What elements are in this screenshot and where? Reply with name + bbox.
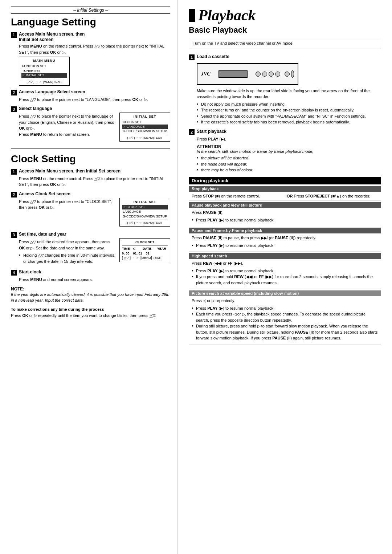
variable-speed-header: Picture search at variable speed (includ… bbox=[189, 290, 381, 296]
clock-step4-body: Press MENU and normal screen appears. bbox=[19, 277, 170, 283]
clock-step2: 2 Access Clock Set screen Press △▽ to pl… bbox=[11, 191, 170, 228]
clock-step2-screen: INITIAL SET ☞ CLOCK SET LANGUAGE G-CODE/… bbox=[119, 198, 170, 227]
bullet-safety-tab: If the cassette's record safety tab has … bbox=[197, 119, 381, 125]
attention-intro: In the search, still, slow-motion or fra… bbox=[197, 149, 314, 154]
pause-still-content: Press PAUSE (II). Press PLAY (▶) to resu… bbox=[189, 208, 381, 226]
stop-col2: OR Press STOP/EJECT (■/▲) on the recorde… bbox=[287, 193, 378, 199]
language-step2-body: Press △▽ to place the pointer next to "L… bbox=[19, 97, 170, 103]
basic-playback-title: Basic Playback bbox=[189, 25, 381, 35]
language-step3-number: 3 bbox=[11, 106, 17, 112]
clock-setting-title: Clock Setting bbox=[11, 154, 170, 165]
high-speed-bullet-2: If you press and hold REW (◀◀) or FF (▶▶… bbox=[192, 274, 378, 286]
clock-step3: 3 Set time, date and year Press △▽ until… bbox=[11, 232, 170, 266]
attention-bullet-2: the noise bars will appear. bbox=[197, 161, 381, 167]
pause-still-header: Pause playback and view still picture bbox=[189, 202, 381, 208]
note-label: NOTE: bbox=[11, 286, 24, 292]
clock-step3-title: Set time, date and year bbox=[19, 232, 66, 237]
pause-frame-content: Press PAUSE (II) to pause, then press ▶▶… bbox=[189, 233, 381, 252]
clock-step2-body: Press △▽ to place the pointer next to "C… bbox=[19, 199, 116, 211]
language-step2: 2 Access Language Select screen Press △▽… bbox=[11, 89, 170, 103]
variable-speed-content: Press ◁ or ▷ repeatedly. Press PLAY (▶) … bbox=[189, 296, 381, 345]
clock-step4-title: Start clock bbox=[19, 269, 41, 275]
corrections-body: Press OK or ▷ repeatedly until the item … bbox=[11, 313, 170, 319]
cassette-logo: JVC bbox=[201, 71, 211, 77]
playback-step2-number: 2 bbox=[189, 129, 195, 135]
playback-step1-note: Make sure the window side is up, the rea… bbox=[197, 88, 381, 100]
clock-step3-screen: CLOCK SET TIME ◁ DATEYEAR 0: 0001. 0101 … bbox=[119, 238, 170, 262]
language-setting-title: Language Setting bbox=[11, 17, 170, 28]
corrections-title: To make corrections any time during the … bbox=[11, 307, 170, 311]
high-speed-bullet-1: Press PLAY (▶) to resume normal playback… bbox=[192, 268, 378, 274]
cassette-slot bbox=[219, 70, 248, 78]
cassette-btn-4 bbox=[275, 72, 280, 77]
clock-step1: 1 Access Main Menu screen, then Initial … bbox=[11, 168, 170, 188]
cassette-btn-1 bbox=[256, 72, 261, 77]
page: – Initial Settings – Language Setting 1 … bbox=[0, 0, 392, 554]
language-step1: 1 Access Main Menu screen, then Initial … bbox=[11, 32, 170, 86]
attention-bullets: the picture will be distorted. the noise… bbox=[197, 155, 381, 173]
variable-bullet-1: Press PLAY (▶) to resume normal playback… bbox=[192, 305, 378, 311]
bullet-recorder-on: The recorder turns on, and the counter o… bbox=[197, 107, 381, 113]
pause-frame-bullet: Press PLAY (▶) to resume normal playback… bbox=[192, 243, 378, 249]
pause-frame-header: Pause and Frame-by-Frame playback bbox=[189, 228, 381, 233]
pause-still-bullet: Press PLAY (▶) to resume normal playback… bbox=[192, 217, 378, 223]
cassette-btn-2 bbox=[262, 72, 267, 77]
clock-step4: 4 Start clock Press MENU and normal scre… bbox=[11, 269, 170, 283]
clock-step1-title: Access Main Menu screen, then Initial Se… bbox=[19, 168, 121, 174]
bullet-colour-system: Select the appropriate colour system wit… bbox=[197, 113, 381, 119]
stop-col1: Press STOP (■) on the remote control. bbox=[192, 193, 283, 199]
bullet-pressure: Do not apply too much pressure when inse… bbox=[197, 101, 381, 107]
clock-step2-title: Access Clock Set screen bbox=[19, 191, 70, 197]
clock-step3-bullet: Holding △▽ changes the time in 30-minute… bbox=[19, 252, 116, 264]
clock-step1-number: 1 bbox=[11, 169, 17, 175]
attention-block: ATTENTION In the search, still, slow-mot… bbox=[197, 144, 381, 173]
playback-step2-title: Start playback bbox=[197, 129, 226, 135]
variable-bullet-3: During still picture, press and hold ▷ t… bbox=[192, 323, 378, 341]
playback-title-text: Playback bbox=[198, 7, 256, 24]
playback-step1-title: Load a cassette bbox=[197, 54, 229, 60]
clock-step3-number: 3 bbox=[11, 232, 17, 238]
playback-step1-bullets: Do not apply too much pressure when inse… bbox=[197, 101, 381, 125]
attention-bullet-3: there may be a loss of colour. bbox=[197, 167, 381, 173]
cassette-buttons bbox=[256, 70, 294, 78]
attention-bullet-1: the picture will be distorted. bbox=[197, 155, 381, 161]
section-divider bbox=[11, 148, 170, 148]
intro-text: Turn on the TV and select the video chan… bbox=[189, 38, 381, 49]
stop-playback-header: Stop playback bbox=[189, 186, 381, 192]
language-step2-number: 2 bbox=[11, 90, 17, 95]
note-block: NOTE: If the year digits are automatical… bbox=[11, 286, 170, 304]
language-step1-subtitle: Initial Set screen bbox=[19, 37, 53, 42]
note-text: If the year digits are automatically cle… bbox=[11, 292, 170, 303]
during-playback-header: During playback bbox=[189, 177, 381, 184]
language-step1-number: 1 bbox=[11, 32, 17, 38]
cassette-btn-3 bbox=[269, 72, 274, 77]
clock-step2-number: 2 bbox=[11, 192, 17, 197]
language-step1-body: Press MENU on the remote control. Press … bbox=[19, 43, 170, 55]
language-step2-title: Access Language Select screen bbox=[19, 89, 85, 95]
language-step3-screen: INITIAL SET CLOCK SET ☞ LANGUAGE G-CODE/… bbox=[119, 113, 170, 142]
playback-step1-number: 1 bbox=[189, 54, 195, 60]
playback-title-square bbox=[189, 9, 195, 22]
playback-step2-body: Press PLAY (▶). bbox=[197, 136, 381, 142]
language-step1-screen: MAIN MENU FUNCTION SET TUNER SET ☞ INITI… bbox=[19, 57, 70, 86]
variable-bullet-2: Each time you press ◁ or ▷, the playback… bbox=[192, 311, 378, 323]
cassette-btn-5 bbox=[285, 72, 290, 77]
clock-step4-number: 4 bbox=[11, 270, 17, 276]
stop-playback-content: Press STOP (■) on the remote control. OR… bbox=[189, 192, 381, 201]
clock-step1-body: Press MENU on the remote control. Press … bbox=[19, 176, 170, 188]
language-step1-title: Access Main Menu screen, then bbox=[19, 32, 85, 37]
language-step3: 3 Select language Press △▽ to place the … bbox=[11, 106, 170, 143]
high-speed-content: Press REW (◀◀) or FF (▶▶). Press PLAY (▶… bbox=[189, 259, 381, 289]
clock-step3-body: Press △▽ until the desired time appears,… bbox=[19, 239, 116, 264]
language-step3-title: Select language bbox=[19, 106, 52, 112]
playback-title: Playback bbox=[189, 7, 381, 24]
cassette-diagram: JVC bbox=[197, 63, 298, 85]
high-speed-header: High speed search bbox=[189, 253, 381, 259]
attention-label: ATTENTION bbox=[197, 144, 221, 149]
initial-settings-banner: – Initial Settings – bbox=[11, 7, 170, 14]
playback-step2: 2 Start playback Press PLAY (▶). ATTENTI… bbox=[189, 129, 381, 173]
left-column: – Initial Settings – Language Setting 1 … bbox=[0, 0, 178, 554]
playback-step1: 1 Load a cassette JVC Make sure the wind… bbox=[189, 54, 381, 125]
right-column: Playback Basic Playback Turn on the TV a… bbox=[178, 0, 392, 554]
cassette-btn-large bbox=[291, 70, 294, 78]
